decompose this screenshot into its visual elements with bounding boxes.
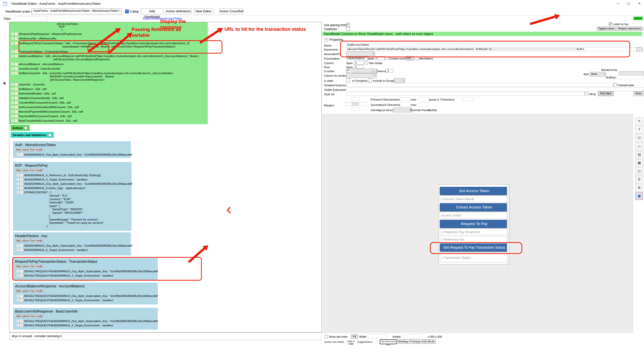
tree-item-merchantpaymentwithconsumerconsent[interactable]: MerchantPaymentWithConsumerConsent : EAL… [11, 110, 83, 113]
show-tab-order-checkbox[interactable] [325, 335, 328, 338]
actions-section-toggle[interactable]: Actions∨ [11, 125, 30, 131]
add-column-button[interactable]: Add column from model [15, 315, 44, 318]
model-item[interactable]: HEADERMINUS_X_Target_Environment : 'sand… [17, 248, 131, 251]
preview-request-to-pay-button[interactable]: Request To Pay [440, 220, 509, 228]
not-visible-checkbox[interactable] [365, 61, 368, 64]
properties-collapse-toggle[interactable]: ∧ [324, 37, 328, 42]
preview-access-token-input[interactable] [440, 212, 509, 218]
add-column-button[interactable]: Add column from model [15, 239, 44, 242]
record-tool-icon[interactable]: ◉ [635, 192, 643, 200]
tree-item-vuserinfo[interactable]: vUserInfo : vUserInfo [11, 83, 45, 86]
tree-item-paymentwithconsumerconsent[interactable]: PaymentWithConsumerConsent : EAL: self [11, 114, 71, 118]
preview-get-access-token-button[interactable]: Get Access Token [440, 187, 509, 195]
tree-item-getconsumerinformationwithconsent[interactable]: GetConsumerInformationWithConsent : EAL:… [11, 105, 79, 109]
margin-top-input[interactable] [352, 97, 360, 101]
secondary-min-input[interactable] [400, 103, 411, 106]
model-box-headerparams[interactable]: HeaderParams : Kyc Add column from model… [13, 232, 131, 255]
preview-transaction-status-input[interactable] [440, 252, 509, 262]
set-shrink-zoom-button[interactable]: Set shrink zoom to fit [380, 339, 396, 344]
label-on-top-checkbox[interactable] [609, 22, 612, 26]
variables-section-toggle[interactable]: Variables and Validations:∨ [11, 132, 54, 138]
model-box-basicuserinforesponse[interactable]: BasicUserInfoResponse : BasicUserInfo Ad… [13, 308, 158, 330]
styles-button[interactable]: Styles [633, 91, 643, 96]
close-button[interactable]: ✕ [634, 0, 644, 7]
height-input[interactable] [403, 334, 422, 338]
collapse-splitter-icon[interactable] [3, 82, 5, 85]
maximize-button[interactable]: ▢ [623, 0, 634, 7]
include-in-groupbox-combo[interactable] [394, 78, 405, 83]
tree-item-getbalance[interactable]: GetBalance : EAL: self [11, 87, 47, 91]
add-column-button[interactable]: Add column from model [15, 289, 44, 293]
fit-button[interactable]: Fit [351, 334, 358, 339]
screen-size-input[interactable]: 1920 X 1080 [344, 340, 358, 343]
is-static-checkbox[interactable] [346, 78, 350, 82]
grow-input[interactable] [462, 97, 473, 101]
model-box-auth[interactable]: Auth : MomoAccessToken Add column from m… [13, 141, 131, 158]
tree-item-validateconsumeridentity[interactable]: ValidateConsumerIdentity : EAL: self [11, 96, 63, 100]
tree-item-deliverynotification[interactable]: DeliveryNotification : EAL: self [11, 92, 56, 95]
row-span-input[interactable]: 1 [354, 65, 364, 69]
column-for-picklist-combo[interactable] [346, 73, 377, 78]
tree-item-vrequest2payresponse[interactable]: vRequest2PayResponse : vRequest2PayRespo… [11, 32, 82, 35]
tree-item-transferwithconsumerconsent[interactable]: TransferWithConsumerConsent : EAL: self [11, 101, 71, 104]
isexp-checkbox[interactable] [585, 92, 588, 95]
tree-item-vuseraccountid[interactable]: vUserAccountId : vUserAccountId [11, 67, 60, 70]
preview-request2-pay-response-input[interactable] [440, 229, 509, 235]
tree-item-vaccountbalance[interactable]: vAccountBalance : vAccountBalance [11, 62, 64, 66]
tree-item-getaccountbalance[interactable]: GetAccountBalance : EAL: vAccountBalance… [11, 54, 199, 58]
model-item[interactable]: HEADERMINUS_X_Target_Environment : 'sand… [17, 178, 132, 181]
expression-ellipsis-button[interactable]: ... [636, 47, 642, 52]
use-placing-hints-checkbox[interactable] [346, 23, 350, 27]
style-ref-input[interactable] [346, 92, 585, 96]
menu-tool-icon[interactable]: ☰ [635, 176, 643, 183]
self-align-combo[interactable] [393, 108, 412, 112]
textbox-tool-icon[interactable]: ▭ [635, 143, 643, 150]
add-viewmodel-button[interactable]: Add ViewModel [140, 8, 164, 14]
preview-access-token-result-input[interactable] [440, 196, 509, 202]
analyze-expressions-button[interactable]: Analyze expressions [616, 27, 643, 31]
add-column-button[interactable]: Add column from model [15, 169, 44, 172]
suggested-zoom-input[interactable] [372, 340, 381, 343]
model-item[interactable]: DEFAULTREQUESTHEADERMINUS_X_Target_Envir… [17, 324, 158, 327]
tree-item-banktransferwithconsumerconsent[interactable]: BankTransferWithConsumerConsent : EAL: s… [11, 119, 77, 122]
null-combo[interactable]: None [590, 72, 606, 76]
margin-right-input[interactable] [359, 102, 367, 106]
grid-tool-icon[interactable]: ▦ [635, 159, 643, 167]
filter-input[interactable] [14, 16, 48, 21]
viewmodel-combo[interactable]: AutoForms : AutoFormMomoAccessToken : Mo… [32, 8, 122, 14]
checkbox-tool-icon[interactable]: ☑ [635, 134, 643, 142]
disabled-expression-input[interactable] [346, 83, 613, 87]
nullrep-input[interactable] [617, 75, 643, 79]
pick-style-button[interactable]: Pick Style [598, 91, 614, 96]
list-tool-icon[interactable]: ▤ [635, 151, 643, 158]
action-definitions-button[interactable]: Action definitions [165, 8, 192, 14]
model-item[interactable]: HEADERMINUS_Ocp_Apim_Subscription_Key : … [17, 182, 132, 185]
model-box-accountbalanceresponse[interactable]: AccountBalanceResponse : AccountBalance … [13, 283, 158, 304]
table-tool-icon[interactable]: ⊞ [635, 184, 643, 192]
model-item[interactable]: HEADERMINUS_Ocp_Apim_Subscription_Key : … [17, 153, 131, 156]
tree-item-getbasicuserinfo[interactable]: GetBasicUserInfo : EAL: vUserInfo:=selfV… [11, 71, 173, 75]
preview-extract-access-token-button[interactable]: Extract Access Token [440, 203, 509, 211]
visible-expression-input[interactable] [346, 88, 644, 91]
tagged-values-button[interactable]: Tagged values [597, 27, 616, 31]
action-crossref-button[interactable]: Action CrossRef [219, 8, 244, 14]
primary-max-input[interactable] [418, 97, 429, 101]
model-box-r2p[interactable]: R2P : RequestToPay Add column from model… [13, 162, 132, 231]
model-item[interactable]: DEFAULTREQUESTHEADERMINUS_Ocp_Apim_Subsc… [17, 294, 158, 297]
primary-min-input[interactable] [400, 97, 411, 101]
codegen-checkbox[interactable] [346, 27, 350, 31]
tree-item-vreferenceno[interactable]: vReferenceNo : vReferenceNo [11, 37, 56, 40]
pencil-edit-icon[interactable]: ✎ [635, 118, 643, 125]
add-column-button[interactable]: Add column from model [15, 148, 44, 151]
text-tool-icon[interactable]: T [635, 126, 643, 134]
width-input[interactable] [368, 334, 388, 338]
model-item[interactable]: DEFAULTREQUESTHEADERMINUS_Ocp_Apim_Subsc… [17, 319, 158, 323]
model-item[interactable]: DEFAULTREQUESTHEADERMINUS_X_Target_Envir… [17, 298, 158, 302]
column-span-input[interactable]: 1 [354, 61, 364, 65]
is-action-ellipsis-button[interactable]: ... [372, 69, 377, 73]
panel-tool-icon[interactable]: ◫ [635, 167, 643, 175]
model-item[interactable]: STRINGCONTENT : '{ [17, 191, 132, 194]
secondary-max-input[interactable] [418, 103, 429, 106]
model-item[interactable]: HEADERMINUS_Ocp_Apim_Subscription_Key : … [17, 244, 131, 247]
is-groupbox-checkbox[interactable] [368, 78, 372, 82]
